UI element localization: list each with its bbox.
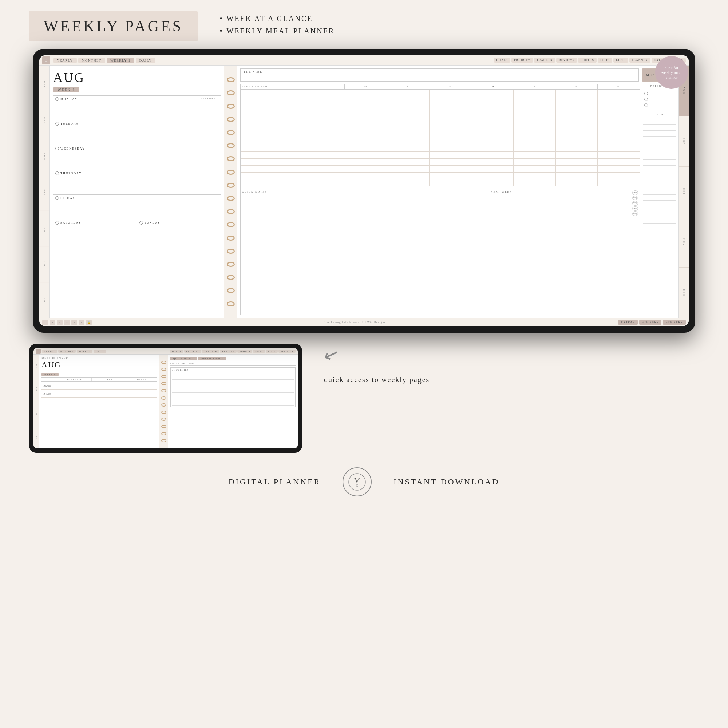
meal-monthly-tab[interactable]: MONTHLY — [58, 350, 76, 353]
month-tab-jan[interactable]: JAN — [39, 66, 49, 102]
todo-line[interactable] — [643, 206, 676, 212]
tracker-task[interactable] — [241, 90, 346, 96]
stickery-tab[interactable]: STICKERY — [663, 320, 686, 325]
sunday-cell[interactable]: SUNDAY — [137, 219, 221, 248]
right-tab-priority[interactable]: PRIORITY — [511, 58, 533, 63]
monday-cell[interactable]: MONDAY PERSONAL — [53, 96, 220, 120]
saturday-cell[interactable]: SATURDAY — [53, 219, 137, 248]
month-tab-nov[interactable]: NOV — [679, 217, 689, 268]
vibe-box[interactable]: THE VIBE — [240, 69, 639, 81]
todo-line[interactable] — [643, 125, 676, 131]
todo-line[interactable] — [643, 177, 676, 183]
todo-line[interactable] — [643, 142, 676, 148]
month-tab-jun[interactable]: JUN — [39, 246, 49, 282]
meal-apr-tab[interactable]: APR — [34, 425, 39, 449]
todo-line[interactable] — [643, 131, 676, 136]
todo-line[interactable] — [643, 212, 676, 218]
todo-line[interactable] — [643, 183, 676, 189]
meal-right-tab-7[interactable]: LISTS — [266, 350, 278, 353]
quick-meals-btn[interactable]: QUICK MEALS — [170, 357, 197, 360]
right-tab-planner[interactable]: PLANNER — [629, 58, 650, 63]
home-icon[interactable]: ⌂ — [42, 57, 50, 64]
grocery-line[interactable] — [172, 376, 294, 380]
page-num-5[interactable]: 5 — [71, 320, 77, 325]
right-tab-reviews[interactable]: REVIEWS — [556, 58, 577, 63]
page-num-2[interactable]: 2 — [49, 320, 55, 325]
todo-line[interactable] — [643, 148, 676, 154]
meal-right-tab-4[interactable]: REVIEWS — [220, 350, 237, 353]
right-tab-lists2[interactable]: LISTS — [613, 58, 628, 63]
week-num-5[interactable]: W5 — [632, 211, 638, 216]
todo-line[interactable] — [643, 160, 676, 166]
meal-right-tab-5[interactable]: PHOTOS — [237, 350, 252, 353]
grocery-line[interactable] — [172, 380, 294, 384]
priority-circle-3[interactable] — [644, 103, 648, 107]
grocery-line[interactable] — [172, 393, 294, 397]
page-num-6[interactable]: 6 — [79, 320, 84, 325]
todo-line[interactable] — [643, 166, 676, 171]
priority-circle-1[interactable] — [644, 92, 648, 95]
todo-line[interactable] — [643, 171, 676, 177]
meal-right-tab-3[interactable]: TRACKER — [202, 350, 219, 353]
grocery-line[interactable] — [172, 389, 294, 393]
meal-jan-tab[interactable]: JAN — [34, 355, 39, 378]
month-tab-feb[interactable]: FEB — [39, 102, 49, 138]
week-num-4[interactable]: W4 — [632, 206, 638, 211]
todo-line[interactable] — [643, 136, 676, 142]
meal-weekly-tab[interactable]: WEEKLY — [77, 350, 92, 353]
meal-mar-tab[interactable]: MAR — [34, 401, 39, 425]
month-tab-dec[interactable]: DEC — [679, 268, 689, 318]
meal-home-icon[interactable] — [36, 349, 41, 354]
month-tab-jul[interactable]: JUL — [39, 282, 49, 318]
month-tab-apr[interactable]: APR — [39, 174, 49, 210]
todo-line[interactable] — [643, 119, 676, 125]
meal-tues-breakfast[interactable] — [60, 390, 92, 398]
priority-circle-2[interactable] — [644, 98, 648, 101]
page-num-4[interactable]: 4 — [64, 320, 70, 325]
month-tab-sep[interactable]: SEP — [679, 116, 689, 167]
nav-tab-weekly[interactable]: WEEKLY 1 — [107, 58, 134, 63]
thursday-cell[interactable]: THURSDAY — [53, 170, 220, 194]
meal-right-tab-1[interactable]: GOALS — [170, 350, 184, 353]
todo-line[interactable] — [643, 200, 676, 206]
right-tab-lists1[interactable]: LISTS — [598, 58, 612, 63]
meal-mon-dinner[interactable] — [125, 382, 157, 390]
meal-feb-tab[interactable]: FEB — [34, 378, 39, 402]
todo-line[interactable] — [643, 189, 676, 195]
tuesday-cell[interactable]: TUESDAY — [53, 121, 220, 145]
page-num-3[interactable]: 3 — [57, 320, 63, 325]
nav-tab-yearly[interactable]: YEARLY — [53, 58, 77, 63]
grocery-line[interactable] — [172, 402, 294, 406]
meal-daily-tab[interactable]: DAILY — [93, 350, 106, 353]
stickers-tab[interactable]: STICKERS — [639, 320, 662, 325]
meal-mon-breakfast[interactable] — [60, 382, 92, 390]
meal-right-tab-8[interactable]: PLANNER — [278, 350, 295, 353]
week-num-2[interactable]: W2 — [632, 196, 638, 200]
right-tab-photos[interactable]: PHOTOS — [578, 58, 596, 63]
friday-cell[interactable]: FRIDAY — [53, 195, 220, 219]
right-tab-goals[interactable]: GOALS — [494, 58, 511, 63]
meal-yearly-tab[interactable]: YEARLY — [42, 350, 57, 353]
right-tab-tracker[interactable]: TRACKER — [534, 58, 555, 63]
meal-tues-lunch[interactable] — [92, 390, 125, 398]
todo-line[interactable] — [643, 195, 676, 200]
week-num-3[interactable]: W3 — [632, 201, 638, 206]
extras-tab[interactable]: EXTRAS — [618, 320, 637, 325]
meal-planner-bubble[interactable]: click for weekly meal planner — [655, 56, 688, 89]
todo-line[interactable] — [643, 154, 676, 160]
grocery-line[interactable] — [172, 398, 294, 401]
meal-right-tab-2[interactable]: PRIORITY — [184, 350, 202, 353]
page-num-1[interactable]: 1 — [42, 320, 48, 325]
meal-mon-lunch[interactable] — [92, 382, 125, 390]
nav-tab-daily[interactable]: DAILY — [136, 58, 156, 63]
wednesday-cell[interactable]: WEDNESDAY — [53, 145, 220, 170]
grocery-line[interactable] — [172, 372, 294, 375]
todo-line[interactable] — [643, 218, 676, 224]
grocery-line[interactable] — [172, 385, 294, 388]
month-tab-may[interactable]: MAY — [39, 210, 49, 246]
meal-right-tab-6[interactable]: LISTS — [253, 350, 265, 353]
meal-tues-dinner[interactable] — [125, 390, 157, 398]
month-tab-mar[interactable]: MAR — [39, 138, 49, 174]
nav-tab-monthly[interactable]: MONTHLY — [78, 58, 106, 63]
month-tab-oct[interactable]: OCT — [679, 167, 689, 217]
